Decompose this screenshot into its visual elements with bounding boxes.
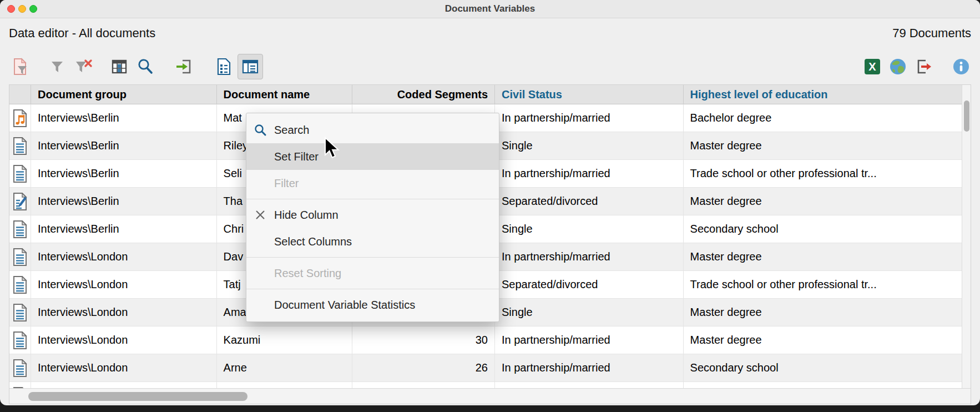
menu-item-label: Hide Column: [274, 209, 339, 222]
cell-highest-education[interactable]: Bachelor degree: [684, 104, 962, 132]
cell-civil-status[interactable]: In partnership/married: [495, 104, 684, 132]
doc-type-icon: [9, 132, 31, 159]
menu-item-label: Set Filter: [274, 150, 319, 163]
column-header-civil-status[interactable]: Civil Status: [495, 85, 684, 104]
window-title: Document Variables: [0, 0, 980, 18]
column-header-document-group[interactable]: Document group: [31, 85, 217, 104]
doc-type-icon: [9, 354, 31, 381]
cell-highest-education[interactable]: Trade school or other professional tr...: [684, 271, 962, 298]
horizontal-scrollbar-thumb[interactable]: [28, 392, 247, 401]
svg-text:X: X: [868, 61, 876, 73]
horizontal-scrollbar[interactable]: [9, 388, 971, 404]
cell-highest-education[interactable]: Master degree: [684, 326, 962, 354]
doc-type-icon: [9, 215, 31, 243]
cell-document-group[interactable]: Interviews\Berlin: [31, 188, 217, 215]
globe-icon: [888, 57, 908, 77]
cell-coded-segments[interactable]: 26: [352, 354, 495, 381]
menu-item-set-filter[interactable]: Set Filter: [246, 143, 499, 170]
cell-document-group[interactable]: Interviews\Berlin: [31, 104, 217, 132]
menu-item-filter: Filter: [246, 170, 499, 197]
filter-document-icon: [11, 57, 30, 76]
subheader: Data editor - All documents 79 Documents: [0, 18, 980, 51]
toolbar-button-export[interactable]: [911, 54, 936, 79]
toolbar-button-web-export[interactable]: [885, 54, 911, 79]
insert-data-icon: [174, 57, 193, 76]
cell-document-group[interactable]: Interviews\Berlin: [31, 132, 217, 159]
vertical-scrollbar[interactable]: [962, 85, 971, 389]
doc-type-icon: [9, 326, 31, 354]
menu-item-document-variable-statistics[interactable]: Document Variable Statistics: [246, 292, 499, 318]
cell-document-group[interactable]: Interviews\London: [31, 354, 217, 381]
toolbar-button-filter-document[interactable]: [8, 54, 33, 79]
menu-separator: [246, 289, 499, 289]
cell-civil-status[interactable]: Single: [495, 215, 684, 243]
toolbar-button-variable-list-document[interactable]: [212, 54, 238, 79]
set-filter-icon: [48, 57, 67, 76]
page-title: Data editor - All documents: [9, 26, 155, 41]
table-row[interactable]: Interviews\London Arne 26 In partnership…: [9, 354, 962, 382]
cell-highest-education[interactable]: Secondary school: [684, 354, 962, 381]
info-icon: [951, 57, 971, 77]
cell-highest-education[interactable]: Master degree: [684, 243, 962, 270]
search-icon: [135, 57, 154, 76]
menu-separator: [246, 199, 499, 199]
column-header-document-name[interactable]: Document name: [217, 85, 353, 104]
cell-document-group[interactable]: Interviews\Berlin: [31, 215, 217, 243]
vertical-scrollbar-thumb[interactable]: [964, 101, 969, 132]
cell-document-group[interactable]: Interviews\London: [31, 243, 217, 270]
cell-civil-status[interactable]: Separated/divorced: [495, 188, 684, 215]
toolbar-button-excel-export[interactable]: X: [860, 54, 885, 79]
cell-civil-status[interactable]: Single: [495, 132, 684, 159]
column-header-coded-segments[interactable]: Coded Segments: [352, 85, 495, 104]
menu-item-label: Document Variable Statistics: [274, 299, 415, 311]
cell-highest-education[interactable]: Trade school or other professional tr...: [684, 160, 962, 187]
toolbar: X: [0, 53, 980, 82]
column-header-doc-icon[interactable]: [9, 85, 31, 104]
mouse-cursor: [324, 137, 343, 163]
cell-highest-education[interactable]: Master degree: [684, 188, 962, 215]
toolbar-button-column-grid[interactable]: [107, 54, 132, 79]
menu-item-search[interactable]: Search: [246, 117, 499, 143]
menu-item-hide-column[interactable]: Hide Column: [246, 202, 499, 228]
document-count: 79 Documents: [892, 26, 971, 41]
menu-item-label: Select Columns: [274, 235, 352, 248]
cell-civil-status[interactable]: Single: [495, 299, 684, 326]
cell-document-name[interactable]: Arne: [217, 354, 353, 381]
cell-document-group[interactable]: Interviews\London: [31, 271, 217, 298]
menu-separator: [246, 257, 499, 258]
export-arrow-icon: [914, 57, 933, 76]
excel-icon: X: [862, 57, 882, 77]
toolbar-button-insert-data[interactable]: [171, 54, 196, 79]
menu-item-label: Reset Sorting: [274, 267, 341, 280]
table-row[interactable]: Interviews\London Kazumi 30 In partnersh…: [9, 326, 962, 354]
cell-document-name[interactable]: Kazumi: [217, 326, 353, 354]
column-grid-icon: [110, 57, 129, 76]
cell-civil-status[interactable]: In partnership/married: [495, 326, 684, 354]
toolbar-button-info[interactable]: [948, 54, 974, 79]
cell-civil-status[interactable]: In partnership/married: [495, 160, 684, 187]
menu-item-label: Filter: [274, 177, 299, 190]
cell-highest-education[interactable]: Master degree: [684, 132, 962, 159]
cell-highest-education[interactable]: Master degree: [684, 299, 962, 326]
cell-civil-status[interactable]: Separated/divorced: [495, 271, 684, 298]
cell-civil-status[interactable]: In partnership/married: [495, 354, 684, 381]
cell-highest-education[interactable]: Secondary school: [684, 215, 962, 243]
doc-type-icon: [9, 104, 31, 132]
toolbar-button-data-editor-panel[interactable]: [238, 54, 263, 79]
cell-coded-segments[interactable]: 30: [352, 326, 495, 354]
menu-item-select-columns[interactable]: Select Columns: [246, 228, 499, 255]
doc-type-icon: [9, 188, 31, 215]
toolbar-button-search[interactable]: [132, 54, 158, 79]
toolbar-button-remove-all-filters[interactable]: [70, 54, 96, 79]
cell-civil-status[interactable]: In partnership/married: [495, 243, 684, 270]
cell-document-group[interactable]: Interviews\London: [31, 326, 217, 354]
toolbar-button-set-filter[interactable]: [44, 54, 70, 79]
remove-filter-icon: [74, 57, 93, 76]
menu-item-reset-sorting: Reset Sorting: [246, 260, 499, 287]
column-header-highest-education[interactable]: Highest level of education: [684, 85, 962, 104]
cell-document-group[interactable]: Interviews\London: [31, 299, 217, 326]
cell-document-group[interactable]: Interviews\Berlin: [31, 160, 217, 187]
doc-type-icon: [9, 243, 31, 270]
close-icon: [246, 209, 274, 221]
data-editor-panel-icon: [241, 57, 260, 76]
